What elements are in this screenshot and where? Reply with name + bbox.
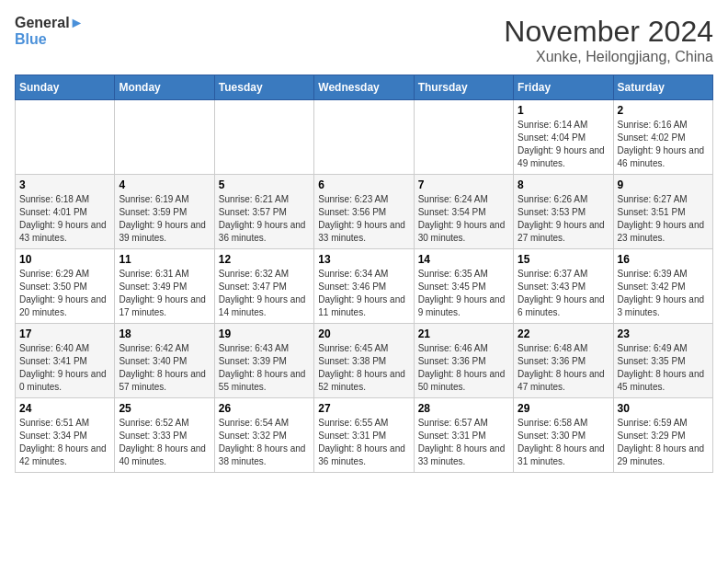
day-info: Sunrise: 6:43 AM Sunset: 3:39 PM Dayligh…	[219, 342, 310, 394]
calendar-week-row: 3Sunrise: 6:18 AM Sunset: 4:01 PM Daylig…	[16, 175, 713, 249]
day-info: Sunrise: 6:35 AM Sunset: 3:45 PM Dayligh…	[418, 268, 509, 319]
day-number: 1	[518, 104, 609, 117]
day-of-week-header: Friday	[514, 75, 613, 100]
day-number: 20	[318, 327, 409, 340]
day-number: 14	[418, 253, 509, 266]
day-info: Sunrise: 6:14 AM Sunset: 4:04 PM Dayligh…	[518, 119, 609, 170]
calendar-week-row: 17Sunrise: 6:40 AM Sunset: 3:41 PM Dayli…	[16, 324, 713, 398]
day-number: 24	[19, 402, 110, 415]
day-number: 17	[19, 327, 110, 340]
calendar-cell: 15Sunrise: 6:37 AM Sunset: 3:43 PM Dayli…	[514, 249, 613, 324]
day-number: 4	[119, 178, 210, 191]
calendar-cell	[115, 100, 214, 175]
calendar-table: SundayMondayTuesdayWednesdayThursdayFrid…	[15, 75, 713, 473]
day-info: Sunrise: 6:48 AM Sunset: 3:36 PM Dayligh…	[518, 342, 609, 394]
day-info: Sunrise: 6:54 AM Sunset: 3:32 PM Dayligh…	[219, 417, 310, 468]
calendar-cell: 27Sunrise: 6:55 AM Sunset: 3:31 PM Dayli…	[314, 398, 414, 473]
day-number: 15	[518, 253, 609, 266]
calendar-cell: 4Sunrise: 6:19 AM Sunset: 3:59 PM Daylig…	[115, 175, 214, 249]
day-number: 18	[119, 327, 210, 340]
day-info: Sunrise: 6:57 AM Sunset: 3:31 PM Dayligh…	[418, 417, 509, 468]
page-header: General► Blue November 2024 Xunke, Heilo…	[15, 15, 713, 65]
calendar-cell: 19Sunrise: 6:43 AM Sunset: 3:39 PM Dayli…	[214, 324, 313, 398]
calendar-week-row: 1Sunrise: 6:14 AM Sunset: 4:04 PM Daylig…	[16, 100, 713, 175]
calendar-cell: 13Sunrise: 6:34 AM Sunset: 3:46 PM Dayli…	[314, 249, 414, 324]
day-number: 12	[219, 253, 310, 266]
day-info: Sunrise: 6:26 AM Sunset: 3:53 PM Dayligh…	[518, 193, 609, 245]
calendar-week-row: 10Sunrise: 6:29 AM Sunset: 3:50 PM Dayli…	[16, 249, 713, 324]
day-number: 30	[618, 402, 709, 415]
day-number: 26	[219, 402, 310, 415]
calendar-cell	[414, 100, 513, 175]
calendar-cell: 17Sunrise: 6:40 AM Sunset: 3:41 PM Dayli…	[16, 324, 115, 398]
month-title: November 2024	[504, 15, 713, 49]
day-info: Sunrise: 6:49 AM Sunset: 3:35 PM Dayligh…	[618, 342, 709, 394]
day-info: Sunrise: 6:46 AM Sunset: 3:36 PM Dayligh…	[418, 342, 509, 394]
day-number: 10	[19, 253, 110, 266]
day-of-week-header: Monday	[115, 75, 214, 100]
day-info: Sunrise: 6:58 AM Sunset: 3:30 PM Dayligh…	[518, 417, 609, 468]
day-info: Sunrise: 6:19 AM Sunset: 3:59 PM Dayligh…	[119, 193, 210, 245]
calendar-cell: 6Sunrise: 6:23 AM Sunset: 3:56 PM Daylig…	[314, 175, 414, 249]
day-number: 27	[318, 402, 409, 415]
day-info: Sunrise: 6:16 AM Sunset: 4:02 PM Dayligh…	[618, 119, 709, 170]
day-number: 3	[19, 178, 110, 191]
calendar-cell: 21Sunrise: 6:46 AM Sunset: 3:36 PM Dayli…	[414, 324, 513, 398]
day-number: 25	[119, 402, 210, 415]
calendar-cell: 18Sunrise: 6:42 AM Sunset: 3:40 PM Dayli…	[115, 324, 214, 398]
day-number: 19	[219, 327, 310, 340]
calendar-week-row: 24Sunrise: 6:51 AM Sunset: 3:34 PM Dayli…	[16, 398, 713, 473]
calendar-cell: 29Sunrise: 6:58 AM Sunset: 3:30 PM Dayli…	[514, 398, 613, 473]
calendar-cell: 28Sunrise: 6:57 AM Sunset: 3:31 PM Dayli…	[414, 398, 513, 473]
calendar-cell: 2Sunrise: 6:16 AM Sunset: 4:02 PM Daylig…	[613, 100, 712, 175]
day-number: 8	[518, 178, 609, 191]
day-info: Sunrise: 6:59 AM Sunset: 3:29 PM Dayligh…	[618, 417, 709, 468]
day-number: 6	[318, 178, 409, 191]
day-of-week-header: Wednesday	[314, 75, 414, 100]
day-number: 5	[219, 178, 310, 191]
calendar-cell: 11Sunrise: 6:31 AM Sunset: 3:49 PM Dayli…	[115, 249, 214, 324]
calendar-cell: 22Sunrise: 6:48 AM Sunset: 3:36 PM Dayli…	[514, 324, 613, 398]
day-info: Sunrise: 6:18 AM Sunset: 4:01 PM Dayligh…	[19, 193, 110, 245]
calendar-cell: 16Sunrise: 6:39 AM Sunset: 3:42 PM Dayli…	[613, 249, 712, 324]
day-number: 22	[518, 327, 609, 340]
day-info: Sunrise: 6:31 AM Sunset: 3:49 PM Dayligh…	[119, 268, 210, 319]
day-number: 21	[418, 327, 509, 340]
day-info: Sunrise: 6:23 AM Sunset: 3:56 PM Dayligh…	[318, 193, 409, 245]
day-info: Sunrise: 6:39 AM Sunset: 3:42 PM Dayligh…	[618, 268, 709, 319]
calendar-cell: 30Sunrise: 6:59 AM Sunset: 3:29 PM Dayli…	[613, 398, 712, 473]
day-info: Sunrise: 6:32 AM Sunset: 3:47 PM Dayligh…	[219, 268, 310, 319]
calendar-cell: 23Sunrise: 6:49 AM Sunset: 3:35 PM Dayli…	[613, 324, 712, 398]
day-number: 2	[618, 104, 709, 117]
title-area: November 2024 Xunke, Heilongjiang, China	[504, 15, 713, 65]
day-info: Sunrise: 6:52 AM Sunset: 3:33 PM Dayligh…	[119, 417, 210, 468]
calendar-cell: 25Sunrise: 6:52 AM Sunset: 3:33 PM Dayli…	[115, 398, 214, 473]
calendar-cell: 7Sunrise: 6:24 AM Sunset: 3:54 PM Daylig…	[414, 175, 513, 249]
day-number: 16	[618, 253, 709, 266]
day-number: 11	[119, 253, 210, 266]
day-number: 9	[618, 178, 709, 191]
day-of-week-header: Thursday	[414, 75, 513, 100]
day-info: Sunrise: 6:29 AM Sunset: 3:50 PM Dayligh…	[19, 268, 110, 319]
day-number: 7	[418, 178, 509, 191]
day-info: Sunrise: 6:42 AM Sunset: 3:40 PM Dayligh…	[119, 342, 210, 394]
day-of-week-header: Sunday	[16, 75, 115, 100]
calendar-cell: 5Sunrise: 6:21 AM Sunset: 3:57 PM Daylig…	[214, 175, 313, 249]
day-info: Sunrise: 6:37 AM Sunset: 3:43 PM Dayligh…	[518, 268, 609, 319]
day-of-week-header: Saturday	[613, 75, 712, 100]
day-number: 13	[318, 253, 409, 266]
calendar-cell: 3Sunrise: 6:18 AM Sunset: 4:01 PM Daylig…	[16, 175, 115, 249]
calendar-cell	[314, 100, 414, 175]
calendar-cell: 12Sunrise: 6:32 AM Sunset: 3:47 PM Dayli…	[214, 249, 313, 324]
calendar-cell: 14Sunrise: 6:35 AM Sunset: 3:45 PM Dayli…	[414, 249, 513, 324]
day-of-week-header: Tuesday	[214, 75, 313, 100]
day-info: Sunrise: 6:45 AM Sunset: 3:38 PM Dayligh…	[318, 342, 409, 394]
day-info: Sunrise: 6:51 AM Sunset: 3:34 PM Dayligh…	[19, 417, 110, 468]
calendar-cell: 9Sunrise: 6:27 AM Sunset: 3:51 PM Daylig…	[613, 175, 712, 249]
day-info: Sunrise: 6:24 AM Sunset: 3:54 PM Dayligh…	[418, 193, 509, 245]
calendar-cell: 8Sunrise: 6:26 AM Sunset: 3:53 PM Daylig…	[514, 175, 613, 249]
calendar-cell: 1Sunrise: 6:14 AM Sunset: 4:04 PM Daylig…	[514, 100, 613, 175]
day-number: 23	[618, 327, 709, 340]
day-info: Sunrise: 6:34 AM Sunset: 3:46 PM Dayligh…	[318, 268, 409, 319]
day-info: Sunrise: 6:27 AM Sunset: 3:51 PM Dayligh…	[618, 193, 709, 245]
